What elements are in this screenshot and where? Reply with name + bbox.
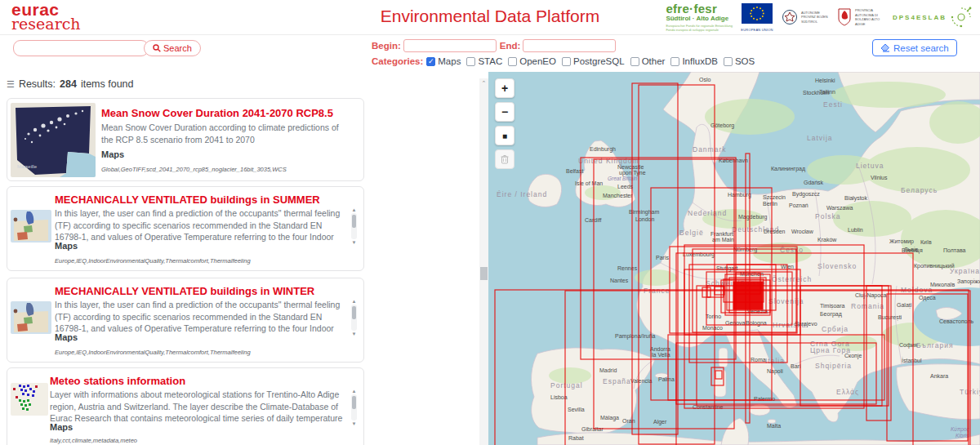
bolzano-coat-icon (837, 8, 852, 26)
page-scrollbar[interactable]: ⌃ (479, 78, 488, 445)
map-label: Roma (751, 357, 766, 363)
map-label: Nantes (610, 278, 629, 283)
scroll-down-icon[interactable]: ▼ (352, 240, 357, 245)
description-scrollbar[interactable]: ▲ ▼ (350, 389, 358, 426)
zoom-in-button[interactable]: + (495, 78, 514, 98)
dataset-footprint[interactable] (733, 282, 763, 309)
checkbox-sos[interactable] (724, 57, 733, 66)
result-description: Mean Snow Cover Duration according to cl… (101, 122, 346, 146)
scrollbar-up-icon[interactable]: ⌃ (479, 80, 488, 87)
map-label: Ankara (930, 373, 948, 379)
checkbox-other[interactable] (630, 57, 639, 66)
map-label: Frankfurt (710, 231, 733, 237)
category-influxdb[interactable]: InfluxDB (670, 56, 717, 66)
thumbnail[interactable] (11, 210, 51, 243)
begin-date-input[interactable] (403, 39, 497, 52)
map-label: Lublin (848, 227, 863, 233)
end-date-input[interactable] (523, 39, 616, 52)
result-title[interactable]: Mean Snow Cover Duration 2041-2070 RCP8.… (101, 107, 333, 119)
thumbnail[interactable]: Marseille (11, 103, 96, 177)
map-label: Leeds (617, 184, 634, 189)
result-description: In this layer, the user can find a predi… (55, 207, 345, 243)
basemap[interactable]: OsloStockholmHelsinkiTallinnEestiLatvija… (488, 72, 980, 445)
result-category: Maps (55, 332, 78, 342)
reset-search-button[interactable]: Reset search (872, 39, 957, 56)
map-label: Szczecin (763, 194, 786, 200)
map-label: Alger (653, 419, 667, 425)
search-button[interactable]: Search (144, 40, 201, 56)
result-card-winter[interactable]: MECHANICALLY VENTILATED buildings in WIN… (7, 278, 364, 363)
scroll-up-icon[interactable]: ▲ (352, 299, 357, 304)
result-title[interactable]: MECHANICALLY VENTILATED buildings in WIN… (55, 285, 314, 297)
map-label: Tallinn (819, 89, 835, 95)
search-button-label: Search (163, 43, 192, 53)
results-header: ☰ Results: 284 items found (7, 78, 134, 90)
map-label: Полтава (943, 247, 966, 253)
map-label: Birmingham (629, 209, 660, 216)
checkbox-postgresql[interactable] (562, 57, 571, 66)
search-input[interactable] (13, 40, 149, 56)
map-label: Slovenija (768, 297, 804, 305)
eraser-icon (880, 43, 890, 52)
thumbnail[interactable] (11, 383, 48, 416)
map-label: Manchester (603, 193, 633, 198)
map-label: España (603, 377, 631, 385)
map-label: Kraków (817, 237, 837, 243)
result-card-meteo[interactable]: Meteo stations information Layer with in… (7, 367, 364, 445)
efre-fesr-logo: efre·fesr Südtirol · Alto Adige Europäis… (666, 2, 733, 32)
result-title[interactable]: Meteo stations information (50, 375, 185, 387)
map-label: Одеса (919, 295, 936, 301)
map-label: Poznań (789, 202, 808, 208)
map-label: Portugal (550, 381, 583, 389)
map-panel[interactable]: OsloStockholmHelsinkiTallinnEestiLatvija… (488, 72, 980, 445)
efre-small-text: Europäischer Fonds für regionale Entwick… (666, 24, 733, 32)
scrollbar-thumb[interactable] (480, 267, 488, 280)
checkbox-maps[interactable]: ✓ (426, 57, 435, 66)
map-label: Калининград (771, 166, 805, 172)
description-scrollbar[interactable]: ▲ ▼ (350, 299, 358, 336)
scroll-down-icon[interactable]: ▼ (352, 332, 357, 336)
clear-selection-button[interactable] (495, 149, 514, 169)
description-scrollbar[interactable]: ▲ ▼ (350, 207, 358, 245)
map-label: Rennes (617, 265, 638, 271)
map-label: София (899, 342, 918, 349)
partner-logos: efre·fesr Südtirol · Alto Adige Europäis… (666, 2, 973, 32)
extent-tool-button[interactable]: ■ (495, 126, 514, 145)
map-label: Italia (765, 357, 785, 365)
map-label: Göteborg (710, 122, 734, 129)
map-label: Κύπρος (951, 426, 970, 433)
map-label: Paris (656, 255, 669, 260)
dps4eslab-label: DPS4ESLAB (893, 14, 947, 21)
checkbox-stac[interactable] (466, 57, 475, 66)
result-card-summer[interactable]: MECHANICALLY VENTILATED buildings in SUM… (7, 186, 364, 271)
scroll-up-icon[interactable]: ▲ (352, 207, 357, 212)
map-label: Isle of Man (575, 180, 603, 186)
categories-label: Categories: (372, 56, 423, 66)
map-label: Rabat (568, 435, 584, 441)
category-stac[interactable]: STAC (466, 56, 502, 66)
map-label: Málaga (600, 415, 619, 421)
efre-title: efre·fesr (666, 2, 733, 15)
result-title[interactable]: MECHANICALLY VENTILATED buildings in SUM… (55, 194, 320, 206)
category-sos[interactable]: SOS (724, 56, 755, 66)
checkbox-openeo[interactable] (508, 57, 517, 66)
checkbox-influxdb[interactable] (670, 57, 679, 66)
dps4eslab-logo: DPS4ESLAB (893, 5, 973, 29)
scroll-up-icon[interactable]: ▲ (352, 389, 357, 394)
result-category: Maps (50, 422, 73, 432)
map-label: Oslo (699, 77, 711, 82)
results-suffix: items found (81, 78, 134, 90)
dps4eslab-icon (949, 5, 973, 29)
zoom-out-button[interactable]: − (495, 102, 514, 122)
map-label: Pamplona/Iruña (615, 333, 656, 340)
category-postgresql[interactable]: PostgreSQL (562, 56, 625, 66)
category-other[interactable]: Other (630, 56, 666, 66)
category-maps[interactable]: ✓Maps (426, 56, 461, 66)
result-card-snow-cover[interactable]: Marseille Mean Snow Cover Duration 2041-… (7, 98, 364, 181)
scroll-down-icon[interactable]: ▼ (352, 421, 357, 426)
map-label: Galați (897, 302, 912, 309)
eu-flag-label: EUROPEAN UNION (741, 28, 773, 32)
thumbnail[interactable] (11, 301, 51, 334)
map-label: Newcastle (617, 164, 644, 170)
category-openeo[interactable]: OpenEO (508, 56, 556, 66)
